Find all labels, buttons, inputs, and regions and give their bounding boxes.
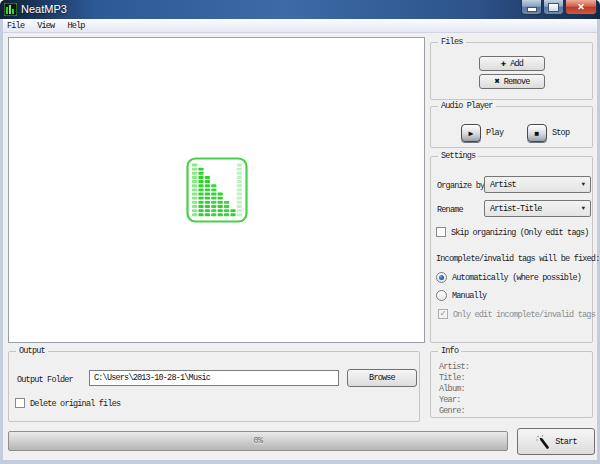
rename-select[interactable]: Artist-Title ▼ (484, 200, 591, 217)
play-button[interactable]: ▶ (461, 124, 481, 142)
file-list[interactable] (8, 37, 425, 343)
menubar: File View Help (0, 19, 600, 33)
app-logo-icon (4, 3, 17, 16)
remove-button-label: Remove (504, 77, 530, 87)
output-group-title: Output (16, 346, 48, 356)
info-group: Info Artist: Title: Album: Year: Genre: (430, 351, 593, 418)
chevron-down-icon: ▼ (581, 205, 585, 212)
settings-group-title: Settings (438, 151, 478, 161)
menu-item-file[interactable]: File (7, 21, 24, 31)
stop-icon: ■ (535, 129, 540, 138)
browse-button-label: Browse (369, 373, 395, 383)
info-genre-label: Genre: (439, 406, 465, 416)
info-group-title: Info (438, 346, 461, 356)
minimize-icon (527, 7, 537, 12)
info-year-label: Year: (439, 395, 461, 405)
app-window: NeatMP3 ✕ File View Help Files ✚ (0, 0, 600, 464)
remove-icon: ✖ (494, 76, 499, 87)
skip-organizing-label: Skip organizing (Only edit tags) (451, 228, 589, 238)
output-folder-input[interactable] (89, 370, 339, 386)
auto-fix-radio[interactable] (436, 272, 447, 283)
start-button[interactable]: Start (517, 428, 595, 455)
menu-item-view[interactable]: View (37, 21, 54, 31)
delete-original-label: Delete original files (30, 399, 120, 409)
organize-by-select[interactable]: Artist ▼ (484, 176, 591, 193)
close-button[interactable]: ✕ (565, 0, 597, 15)
titlebar[interactable]: NeatMP3 ✕ (0, 0, 600, 19)
manual-fix-radio[interactable] (436, 290, 447, 301)
play-icon: ▶ (469, 129, 474, 138)
remove-button[interactable]: ✖ Remove (479, 74, 545, 89)
only-edit-checkbox[interactable]: ✓ (438, 309, 448, 319)
caption-buttons: ✕ (520, 0, 597, 15)
maximize-button[interactable] (543, 0, 564, 15)
stop-label: Stop (552, 128, 569, 138)
minimize-button[interactable] (521, 0, 542, 15)
check-icon: ✓ (440, 310, 445, 319)
progress-bar: 0% (8, 431, 508, 451)
progress-text: 0% (9, 436, 507, 446)
output-group: Output Output Folder Browse Delete origi… (8, 351, 420, 422)
info-artist-label: Artist: (439, 362, 469, 372)
add-icon: ✚ (501, 58, 506, 69)
auto-fix-label: Automatically (where possible) (452, 273, 581, 283)
add-button[interactable]: ✚ Add (479, 56, 545, 71)
equalizer-icon (186, 157, 248, 223)
fix-heading: Incomplete/invalid tags will be fixed: (436, 254, 599, 264)
start-button-label: Start (555, 437, 577, 447)
settings-group: Settings Organize by Artist ▼ Rename Art… (430, 156, 593, 343)
window-title: NeatMP3 (21, 3, 67, 15)
rename-label: Rename (437, 205, 463, 215)
maximize-icon (548, 3, 559, 12)
browse-button[interactable]: Browse (347, 369, 417, 387)
stop-button[interactable]: ■ (527, 124, 547, 142)
play-label: Play (486, 128, 503, 138)
close-icon: ✕ (577, 2, 585, 12)
menu-item-help[interactable]: Help (67, 21, 84, 31)
info-album-label: Album: (439, 384, 465, 394)
organize-by-value: Artist (490, 180, 516, 190)
add-button-label: Add (510, 59, 523, 69)
audio-player-group-title: Audio Player (438, 101, 496, 111)
info-title-label: Title: (439, 373, 465, 383)
skip-organizing-checkbox[interactable] (436, 227, 446, 237)
files-group: Files ✚ Add ✖ Remove (430, 42, 593, 100)
organize-by-label: Organize by (437, 181, 484, 191)
wand-icon (535, 434, 551, 450)
window-frame-left (0, 19, 3, 464)
only-edit-label: Only edit incomplete/invalid tags (453, 310, 595, 320)
files-group-title: Files (438, 37, 466, 47)
delete-original-checkbox[interactable] (15, 398, 25, 408)
manual-fix-label: Manually (452, 291, 486, 301)
chevron-down-icon: ▼ (581, 181, 585, 188)
output-folder-label: Output Folder (17, 375, 73, 385)
audio-player-group: Audio Player ▶ Play ■ Stop (430, 106, 593, 148)
rename-value: Artist-Title (490, 204, 542, 214)
window-frame-bottom (0, 460, 600, 464)
